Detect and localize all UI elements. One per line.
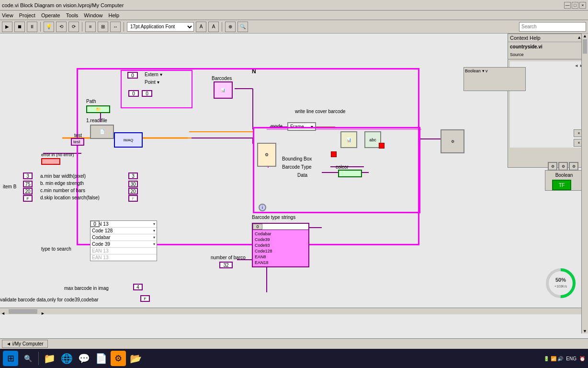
num-ctrl-0c[interactable]: 0 bbox=[142, 90, 152, 97]
close-button[interactable]: × bbox=[579, 2, 586, 9]
menu-project[interactable]: Project bbox=[19, 12, 35, 18]
dropdown-item-3[interactable]: Code 39 ▾ bbox=[90, 241, 157, 248]
read-file-label: 1.read file bbox=[86, 118, 107, 123]
top-right-cluster: Boolean ▾ v bbox=[464, 67, 526, 91]
dropdown-item-5[interactable]: EAN 13 bbox=[90, 254, 157, 261]
dropdown-label-3: Code 39 bbox=[92, 242, 110, 247]
val-b[interactable]: 75 bbox=[23, 181, 33, 187]
right-subvi-1[interactable]: ⚙ bbox=[441, 129, 464, 153]
file-manager-btn[interactable]: 📁 bbox=[42, 351, 57, 366]
pdf-btn[interactable]: 📄 bbox=[93, 351, 109, 366]
extra-btn-2[interactable]: 🔍 bbox=[237, 22, 248, 32]
menu-operate[interactable]: Operate bbox=[41, 12, 60, 18]
undo-button[interactable]: ⟲ bbox=[56, 22, 67, 32]
barcode-item-3: Code128 bbox=[255, 248, 306, 254]
scrollbar-horizontal[interactable]: ◄ ► bbox=[0, 308, 581, 314]
boolean-indicator[interactable]: TF bbox=[552, 180, 571, 190]
scroll-h-thumb[interactable] bbox=[9, 309, 37, 314]
scroll-left-btn[interactable]: ◄ bbox=[0, 311, 6, 316]
distribute-button[interactable]: ⊞ bbox=[98, 22, 108, 32]
action-icon-2[interactable]: ⚙ bbox=[558, 162, 568, 171]
minimize-button[interactable]: — bbox=[564, 2, 571, 9]
toolbar-separator-1 bbox=[40, 22, 41, 32]
val-a2[interactable]: 3 bbox=[128, 172, 138, 179]
type-to-search-label: type to search bbox=[41, 246, 71, 252]
title-text: code.vi Block Diagram on vision.lvproj/M… bbox=[2, 2, 124, 8]
scroll-up-btn[interactable]: ▲ bbox=[582, 34, 588, 38]
validate-bool[interactable]: F bbox=[140, 295, 150, 302]
dropdown-item-4[interactable]: EAN 13 bbox=[90, 248, 157, 254]
dropdown-list[interactable]: EAN 13 ▾ Code 128 ▾ Codabar ▾ Code 39 ▾ … bbox=[90, 220, 157, 261]
canvas-area: N Barcodes 📊 Extern ▾ Point ▾ 0 0 0 Path… bbox=[0, 34, 588, 344]
val-a[interactable]: 3 bbox=[23, 172, 33, 179]
scrollbar-vertical[interactable]: ▲ ▼ bbox=[581, 34, 588, 334]
svg-text:50%: 50% bbox=[555, 277, 566, 283]
colcor-indicator bbox=[338, 170, 362, 177]
barcode-item-1: Code39 bbox=[255, 237, 306, 242]
val-c[interactable]: 20 bbox=[23, 188, 33, 195]
val-c2[interactable]: 20 bbox=[128, 188, 138, 195]
val-b2[interactable]: 30 bbox=[128, 181, 138, 187]
imaq-block[interactable]: IMAQ bbox=[114, 132, 143, 148]
max-barcode-val[interactable]: 4 bbox=[133, 284, 143, 290]
chat-btn[interactable]: 💬 bbox=[76, 351, 91, 366]
processing-cluster: Bounding Box Barcode Type Data ⚙ 📊 abc c… bbox=[253, 127, 420, 213]
dropdown-item-2[interactable]: Codabar ▾ bbox=[90, 234, 157, 241]
dropdown-item-1[interactable]: Code 128 ▾ bbox=[90, 228, 157, 234]
folder-btn[interactable]: 📂 bbox=[128, 351, 143, 366]
test-string[interactable]: test bbox=[71, 138, 84, 146]
barcode-array-index[interactable]: 0 bbox=[253, 224, 262, 230]
source-label: Source bbox=[508, 51, 588, 58]
search-input[interactable] bbox=[519, 22, 586, 32]
browser-btn[interactable]: 🌐 bbox=[59, 351, 74, 366]
cluster-subvi-1[interactable]: ⚙ bbox=[257, 143, 276, 167]
font-selector[interactable]: 17pt Application Font bbox=[127, 22, 194, 32]
help-divider bbox=[508, 59, 588, 59]
barcode-item-5: EAN18 bbox=[255, 260, 306, 265]
align-button[interactable]: ≡ bbox=[85, 22, 96, 32]
resize-button[interactable]: ↔ bbox=[110, 22, 121, 32]
start-button[interactable]: ⊞ bbox=[3, 351, 18, 366]
num-ctrl-0a[interactable]: 0 bbox=[127, 72, 138, 79]
scroll-right-btn[interactable]: ► bbox=[40, 311, 46, 316]
val-d2[interactable]: F bbox=[128, 195, 138, 202]
cluster-subvi-2[interactable]: 📊 bbox=[340, 131, 357, 148]
action-icon-1[interactable]: ⚙ bbox=[548, 162, 557, 171]
labview-btn[interactable]: ⚙ bbox=[111, 351, 126, 366]
font-style-btn[interactable]: A bbox=[208, 22, 219, 32]
action-icon-3[interactable]: ⚙ bbox=[569, 162, 578, 171]
num-barcode-val[interactable]: 32 bbox=[219, 262, 233, 268]
redo-button[interactable]: ⟳ bbox=[68, 22, 79, 32]
menu-window[interactable]: Window bbox=[84, 12, 102, 18]
val-d[interactable]: F bbox=[23, 195, 33, 202]
pause-button[interactable]: ⏸ bbox=[27, 22, 37, 32]
ime-indicator: ENG bbox=[566, 356, 577, 361]
error-label: error in (no error) bbox=[41, 152, 74, 157]
menu-tools[interactable]: Tools bbox=[66, 12, 79, 18]
boolean-title: Boolean bbox=[547, 172, 581, 178]
validate-label: validate barcode data,only for code39,co… bbox=[0, 297, 99, 302]
read-file-subvi[interactable]: 📄 bbox=[90, 125, 114, 139]
data-label: Data bbox=[297, 172, 307, 178]
maximize-button[interactable]: □ bbox=[572, 2, 578, 9]
menu-help[interactable]: Help bbox=[108, 12, 119, 18]
help-left-btn[interactable]: ◄ bbox=[574, 63, 578, 68]
search-taskbar-btn[interactable]: 🔍 bbox=[20, 351, 35, 366]
menu-view[interactable]: View bbox=[2, 12, 13, 18]
run-button[interactable]: ▶ bbox=[2, 22, 12, 32]
bottom-tab-main[interactable]: ◄ i/My Computer bbox=[2, 340, 48, 348]
dropdown-index[interactable]: 0 bbox=[90, 220, 100, 227]
stop-button[interactable]: ⏹ bbox=[14, 22, 25, 32]
scroll-thumb[interactable] bbox=[583, 39, 587, 54]
scroll-down-btn[interactable]: ▼ bbox=[582, 329, 588, 334]
colcor-label: colcor bbox=[336, 164, 349, 170]
path-control[interactable]: 📁 bbox=[86, 105, 110, 113]
info-button[interactable]: i bbox=[259, 204, 266, 211]
param-a-label: a.min bar width(pixel) bbox=[40, 173, 86, 179]
action-icons-row: ⚙ ⚙ ⚙ bbox=[548, 162, 578, 171]
dropdown-item-0[interactable]: EAN 13 ▾ bbox=[90, 221, 157, 228]
font-size-btn[interactable]: A bbox=[196, 22, 206, 32]
highlight-button[interactable]: 💡 bbox=[44, 22, 54, 32]
extra-btn-1[interactable]: ⊕ bbox=[225, 22, 236, 32]
num-ctrl-0b[interactable]: 0 bbox=[128, 90, 139, 97]
